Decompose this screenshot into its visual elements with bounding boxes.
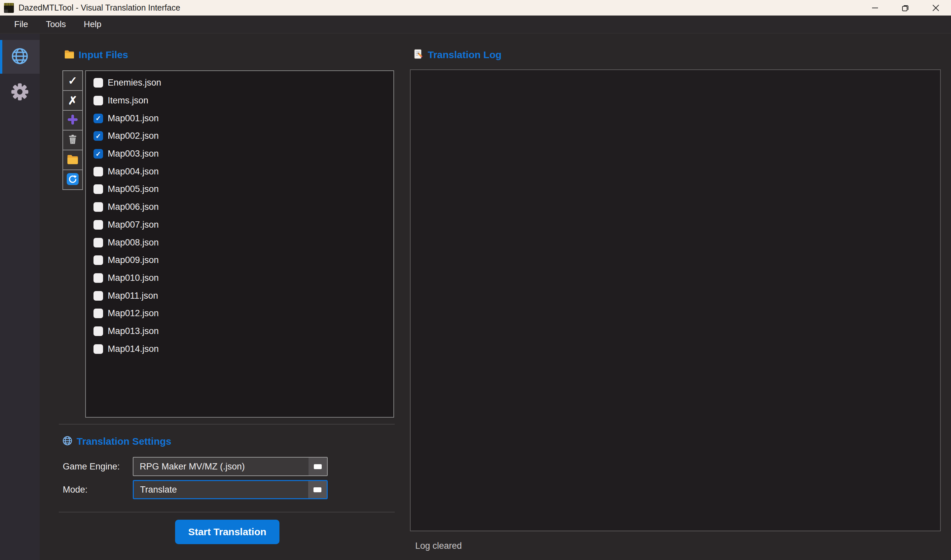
- file-toolbar: ✓ ✗: [62, 70, 83, 190]
- maximize-button[interactable]: [890, 0, 920, 15]
- file-name: Map004.json: [108, 166, 159, 177]
- window-controls: [860, 0, 951, 15]
- folder-icon: [64, 49, 75, 61]
- file-name: Map014.json: [108, 344, 159, 354]
- menu-tools[interactable]: Tools: [40, 17, 72, 31]
- minimize-icon: [871, 4, 879, 12]
- x-icon: ✗: [68, 95, 78, 106]
- file-name: Items.json: [108, 95, 148, 106]
- file-list-item[interactable]: ✓ Map002.json: [86, 127, 393, 145]
- file-list-item[interactable]: Map004.json: [86, 163, 393, 180]
- file-list-item[interactable]: Map007.json: [86, 216, 393, 234]
- app-icon: [4, 3, 14, 13]
- refresh-button[interactable]: [62, 169, 83, 190]
- open-folder-button[interactable]: [62, 150, 83, 170]
- window-title: DazedMTLTool - Visual Translation Interf…: [18, 3, 180, 12]
- sidebar-tab-settings[interactable]: [0, 75, 40, 109]
- file-checkbox[interactable]: [94, 185, 103, 194]
- file-list-item[interactable]: Map008.json: [86, 234, 393, 251]
- translation-settings-title: Translation Settings: [77, 436, 171, 447]
- plus-icon: [67, 114, 78, 127]
- titlebar: DazedMTLTool - Visual Translation Interf…: [0, 0, 951, 15]
- mode-value: Translate: [134, 485, 308, 495]
- sidebar: [0, 34, 40, 560]
- check-icon: ✓: [68, 75, 78, 86]
- file-list-item[interactable]: ✓ Map003.json: [86, 145, 393, 163]
- globe-icon: [11, 47, 29, 67]
- dropdown-arrow-icon: [314, 487, 322, 492]
- gear-icon: [11, 83, 29, 102]
- start-translation-button[interactable]: Start Translation: [175, 520, 280, 544]
- translation-settings-header: Translation Settings: [62, 434, 171, 449]
- file-name: Map012.json: [108, 308, 159, 318]
- file-name: Map003.json: [108, 149, 159, 159]
- deselect-all-button[interactable]: ✗: [62, 90, 83, 111]
- file-name: Map002.json: [108, 131, 159, 141]
- file-checkbox[interactable]: [94, 202, 103, 212]
- file-list-item[interactable]: Map014.json: [86, 340, 393, 358]
- game-engine-dropdown[interactable]: RPG Maker MV/MZ (.json): [133, 457, 328, 476]
- close-icon: [932, 4, 940, 12]
- globe-icon: [62, 435, 73, 447]
- file-list-item[interactable]: Map010.json: [86, 269, 393, 287]
- file-list: Enemies.json Items.json ✓ Map001.json ✓ …: [85, 70, 394, 418]
- main-content: Input Files ✓ ✗: [40, 34, 951, 560]
- separator: [59, 512, 395, 512]
- file-checkbox[interactable]: [94, 78, 103, 88]
- menu-help[interactable]: Help: [78, 17, 108, 31]
- file-checkbox[interactable]: [94, 255, 103, 265]
- file-list-item[interactable]: Enemies.json: [86, 74, 393, 92]
- file-checkbox[interactable]: [94, 291, 103, 301]
- file-checkbox[interactable]: [94, 220, 103, 229]
- file-name: Map007.json: [108, 220, 159, 230]
- file-list-item[interactable]: ✓ Map001.json: [86, 109, 393, 127]
- file-checkbox[interactable]: [94, 273, 103, 283]
- remove-files-button[interactable]: [62, 130, 83, 150]
- input-files-title: Input Files: [78, 49, 128, 60]
- minimize-button[interactable]: [860, 0, 890, 15]
- translation-log-panel[interactable]: [410, 69, 941, 531]
- dropdown-button[interactable]: [308, 481, 327, 498]
- refresh-icon: [66, 172, 79, 187]
- file-list-item[interactable]: Items.json: [86, 92, 393, 110]
- file-checkbox[interactable]: [94, 96, 103, 105]
- close-button[interactable]: [920, 0, 951, 15]
- input-files-header: Input Files: [64, 48, 128, 62]
- folder-icon: [67, 153, 78, 166]
- file-list-item[interactable]: Map011.json: [86, 287, 393, 305]
- file-checkbox[interactable]: ✓: [94, 131, 103, 141]
- file-name: Map008.json: [108, 237, 159, 248]
- file-name: Map005.json: [108, 184, 159, 194]
- maximize-restore-icon: [902, 4, 909, 12]
- translation-log-title: Translation Log: [428, 49, 502, 60]
- file-list-item[interactable]: Map006.json: [86, 198, 393, 216]
- file-list-item[interactable]: Map012.json: [86, 305, 393, 323]
- add-files-button[interactable]: [62, 110, 83, 131]
- menu-file[interactable]: File: [8, 17, 34, 31]
- memo-icon: [413, 49, 424, 61]
- file-checkbox[interactable]: [94, 167, 103, 177]
- file-checkbox[interactable]: [94, 238, 103, 248]
- trash-icon: [67, 134, 78, 146]
- file-list-item[interactable]: Map013.json: [86, 323, 393, 340]
- file-list-item[interactable]: Map005.json: [86, 180, 393, 198]
- file-checkbox[interactable]: [94, 326, 103, 336]
- file-checkbox[interactable]: [94, 344, 103, 354]
- menu-bar: File Tools Help: [0, 15, 951, 33]
- game-engine-value: RPG Maker MV/MZ (.json): [134, 462, 309, 472]
- file-name: Map006.json: [108, 202, 159, 212]
- file-checkbox[interactable]: ✓: [94, 114, 103, 123]
- mode-label: Mode:: [63, 485, 88, 495]
- sidebar-tab-translate[interactable]: [0, 40, 40, 74]
- select-all-button[interactable]: ✓: [62, 70, 83, 91]
- file-checkbox[interactable]: [94, 309, 103, 318]
- file-list-item[interactable]: Map009.json: [86, 251, 393, 269]
- file-checkbox[interactable]: ✓: [94, 149, 103, 158]
- dropdown-button[interactable]: [309, 458, 327, 475]
- game-engine-label: Game Engine:: [63, 462, 120, 472]
- file-name: Map009.json: [108, 255, 159, 265]
- mode-dropdown[interactable]: Translate: [133, 480, 328, 499]
- file-name: Enemies.json: [108, 78, 161, 88]
- file-name: Map001.json: [108, 113, 159, 123]
- log-status-text: Log cleared: [415, 541, 462, 551]
